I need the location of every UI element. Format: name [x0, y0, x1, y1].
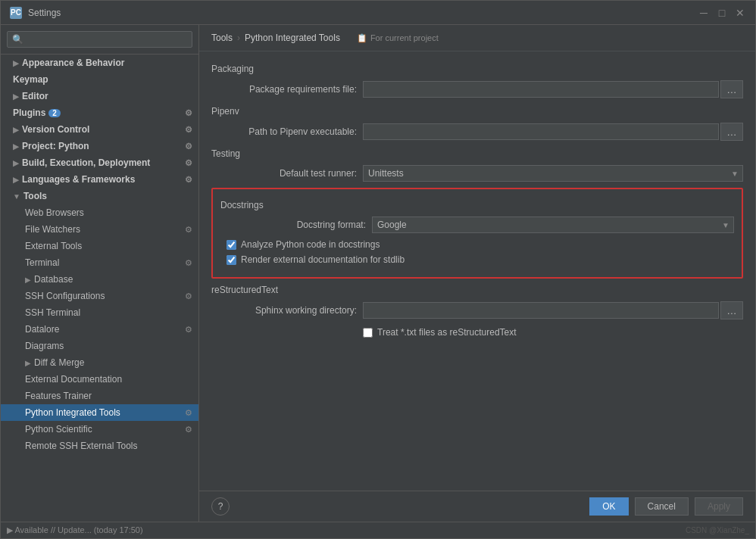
- test-runner-dropdown[interactable]: Unittests pytest Nosetests Twisted Trial: [363, 165, 743, 182]
- minimize-button[interactable]: ─: [698, 7, 710, 19]
- close-button[interactable]: ✕: [734, 7, 746, 19]
- sidebar-item-label: Datalore: [25, 324, 59, 335]
- project-icon: 📋: [357, 33, 367, 43]
- test-runner-dropdown-wrapper: Unittests pytest Nosetests Twisted Trial…: [363, 165, 743, 182]
- sidebar-item-file-watchers[interactable]: File Watchers ⚙: [1, 221, 198, 238]
- pipenv-path-label: Path to Pipenv executable:: [211, 126, 363, 137]
- sidebar-item-ssh-terminal[interactable]: SSH Terminal: [1, 304, 198, 321]
- sphinx-dir-browse-button[interactable]: …: [720, 301, 743, 319]
- sidebar-item-label: External Tools: [25, 241, 82, 251]
- sidebar-item-external-tools[interactable]: External Tools: [1, 238, 198, 254]
- chevron-down-icon: ▼: [13, 192, 20, 201]
- sidebar-item-build-execution[interactable]: ▶ Build, Execution, Deployment ⚙: [1, 154, 198, 171]
- restructured-text-title: reStructuredText: [211, 285, 743, 295]
- sidebar-item-label: Diagrams: [25, 341, 64, 351]
- settings-icon: ⚙: [185, 258, 192, 268]
- settings-window: PC Settings ─ □ ✕ ▶ Appearance & Behavio…: [0, 0, 756, 539]
- treat-txt-checkbox[interactable]: [363, 328, 373, 338]
- analyze-docstrings-checkbox[interactable]: [226, 240, 236, 250]
- docstring-format-dropdown[interactable]: Google NumPy reStructuredText Epytext Pl…: [372, 217, 734, 233]
- sidebar-item-label: SSH Configurations: [25, 291, 105, 301]
- sidebar-item-label: Plugins: [13, 107, 45, 118]
- test-runner-row: Default test runner: Unittests pytest No…: [211, 165, 743, 182]
- pipenv-path-input[interactable]: [363, 123, 719, 140]
- sidebar-item-python-scientific[interactable]: Python Scientific ⚙: [1, 421, 198, 438]
- sphinx-dir-row: Sphinx working directory: …: [211, 301, 743, 319]
- packaging-title: Packaging: [211, 64, 743, 74]
- sidebar-item-tools[interactable]: ▼ Tools: [1, 188, 198, 204]
- footer-left: ?: [211, 497, 583, 516]
- help-button[interactable]: ?: [211, 497, 230, 516]
- cancel-button[interactable]: Cancel: [635, 497, 689, 516]
- sidebar-item-ssh-configurations[interactable]: SSH Configurations ⚙: [1, 288, 198, 304]
- chevron-right-icon: ▶: [25, 276, 31, 284]
- sidebar-item-project-python[interactable]: ▶ Project: Python ⚙: [1, 138, 198, 154]
- chevron-right-icon: ▶: [25, 359, 31, 367]
- apply-button[interactable]: Apply: [695, 497, 743, 516]
- sphinx-dir-input[interactable]: [363, 302, 719, 319]
- sidebar-item-python-integrated-tools[interactable]: Python Integrated Tools ⚙: [1, 404, 198, 421]
- package-requirements-row: Package requirements file: …: [211, 80, 743, 98]
- package-requirements-label: Package requirements file:: [211, 84, 363, 95]
- sidebar-item-keymap[interactable]: Keymap: [1, 71, 198, 88]
- for-project-label: For current project: [370, 33, 439, 42]
- footer: ? OK Cancel Apply: [199, 491, 755, 522]
- sidebar-item-terminal[interactable]: Terminal ⚙: [1, 254, 198, 271]
- render-docs-checkbox[interactable]: [226, 255, 236, 265]
- sidebar-item-features-trainer[interactable]: Features Trainer: [1, 388, 198, 404]
- sidebar-item-label: Terminal: [25, 257, 59, 268]
- package-requirements-browse-button[interactable]: …: [720, 80, 743, 98]
- sidebar-item-label: File Watchers: [25, 224, 80, 235]
- chevron-right-icon: ▶: [13, 59, 19, 67]
- ok-button[interactable]: OK: [589, 497, 628, 516]
- sidebar-item-label: Database: [34, 274, 73, 285]
- sidebar-item-database[interactable]: ▶ Database: [1, 271, 198, 288]
- settings-icon: ⚙: [185, 125, 192, 135]
- sidebar-item-label: Languages & Frameworks: [22, 174, 135, 185]
- packaging-section: Packaging Package requirements file: …: [211, 64, 743, 98]
- settings-content: Packaging Package requirements file: … P…: [199, 51, 755, 491]
- settings-icon: ⚙: [185, 142, 192, 151]
- status-bar: ▶ Available // Update... (today 17:50) C…: [1, 522, 755, 538]
- sidebar-item-diagrams[interactable]: Diagrams: [1, 338, 198, 354]
- analyze-docstrings-label: Analyze Python code in docstrings: [241, 239, 380, 250]
- sidebar-item-label: Features Trainer: [25, 391, 92, 401]
- sidebar-item-label: Project: Python: [22, 141, 89, 151]
- breadcrumb-tools: Tools: [211, 33, 233, 43]
- breadcrumb: Tools › Python Integrated Tools 📋 For cu…: [199, 25, 755, 51]
- sidebar-item-plugins[interactable]: Plugins 2 ⚙: [1, 104, 198, 121]
- sidebar-item-appearance[interactable]: ▶ Appearance & Behavior: [1, 55, 198, 71]
- sidebar-item-remote-ssh[interactable]: Remote SSH External Tools: [1, 438, 198, 454]
- pipenv-path-browse-button[interactable]: …: [720, 123, 743, 141]
- settings-icon: ⚙: [185, 225, 192, 235]
- render-docs-row: Render external documentation for stdlib: [220, 254, 734, 265]
- search-input[interactable]: [7, 31, 192, 48]
- sidebar-item-editor[interactable]: ▶ Editor: [1, 88, 198, 104]
- sidebar-item-diff-merge[interactable]: ▶ Diff & Merge: [1, 354, 198, 371]
- for-project: 📋 For current project: [357, 33, 439, 43]
- settings-icon: ⚙: [185, 408, 192, 418]
- main-panel: Tools › Python Integrated Tools 📋 For cu…: [199, 25, 755, 522]
- settings-icon: ⚙: [185, 175, 192, 185]
- sidebar-item-version-control[interactable]: ▶ Version Control ⚙: [1, 121, 198, 138]
- sidebar-item-label: Python Scientific: [25, 424, 92, 435]
- sidebar-item-label: Editor: [22, 91, 48, 101]
- sidebar-item-label: External Documentation: [25, 374, 122, 385]
- package-requirements-input[interactable]: [363, 81, 719, 98]
- chevron-right-icon: ▶: [13, 176, 19, 184]
- render-docs-label: Render external documentation for stdlib: [241, 254, 405, 265]
- sidebar-item-label: Appearance & Behavior: [22, 58, 124, 68]
- chevron-right-icon: ▶: [13, 142, 19, 151]
- chevron-right-icon: ▶: [13, 126, 19, 134]
- status-text: ▶ Available // Update... (today 17:50): [7, 525, 143, 535]
- sidebar-item-languages-frameworks[interactable]: ▶ Languages & Frameworks ⚙: [1, 171, 198, 188]
- maximize-button[interactable]: □: [716, 7, 728, 19]
- docstring-format-dropdown-wrapper: Google NumPy reStructuredText Epytext Pl…: [372, 217, 734, 233]
- settings-icon: ⚙: [185, 158, 192, 168]
- plugins-badge: 2: [48, 109, 61, 117]
- sidebar-item-external-documentation[interactable]: External Documentation: [1, 371, 198, 388]
- sidebar-item-datalore[interactable]: Datalore ⚙: [1, 321, 198, 338]
- search-box: [1, 25, 198, 55]
- sidebar-item-web-browsers[interactable]: Web Browsers: [1, 204, 198, 221]
- breadcrumb-current: Python Integrated Tools: [245, 33, 340, 43]
